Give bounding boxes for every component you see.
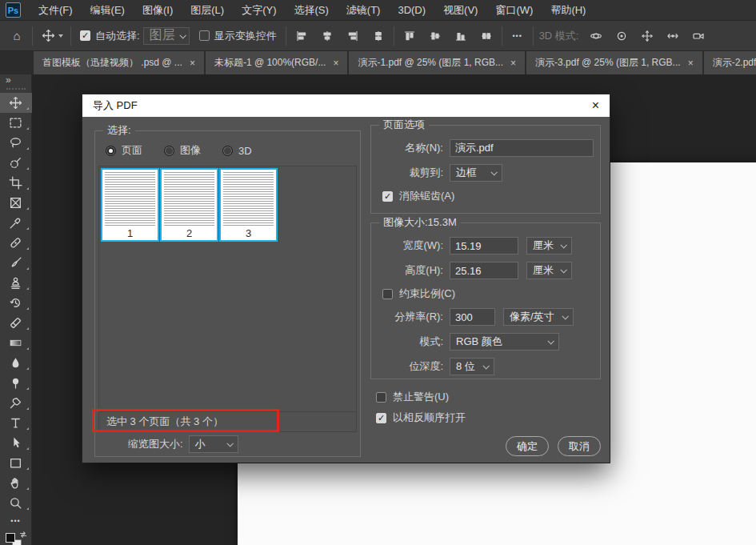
- dodge-tool-icon[interactable]: [0, 373, 32, 393]
- swap-colors-icon[interactable]: [19, 531, 27, 539]
- tab-close-icon[interactable]: ×: [510, 58, 516, 69]
- document-tab-1[interactable]: 首图模板（迅捷视频） .psd @ ...×: [34, 51, 204, 74]
- document-tab-4[interactable]: 演示-3.pdf @ 25% (图层 1, RGB...×: [526, 51, 702, 74]
- chevron-down-icon: [562, 313, 568, 319]
- menu-items: 文件(F)编辑(E)图像(I)图层(L)文字(Y)选择(S)滤镜(T)3D(D)…: [30, 0, 594, 20]
- pdf-page-thumbnail-3[interactable]: 3: [219, 168, 278, 242]
- type-tool-icon[interactable]: [0, 413, 32, 433]
- height-unit-dropdown[interactable]: 厘米: [526, 262, 572, 279]
- menu-item-W[interactable]: 窗口(W): [486, 0, 542, 20]
- eyedropper-tool-icon[interactable]: [0, 213, 32, 233]
- close-icon[interactable]: ×: [582, 99, 599, 112]
- crop-tool-icon[interactable]: [0, 173, 32, 193]
- hand-tool-icon[interactable]: [0, 473, 32, 493]
- collapse-panel-icon[interactable]: »: [0, 74, 11, 86]
- width-input[interactable]: [450, 237, 518, 254]
- thumbnail-size-dropdown[interactable]: 小: [189, 435, 238, 453]
- menu-item-T[interactable]: 滤镜(T): [338, 0, 390, 20]
- selection-status-text: 选中 3 个页面（共 3 个）: [99, 411, 356, 431]
- move-tool-icon[interactable]: [38, 26, 58, 46]
- align-bottom-icon: [451, 26, 470, 46]
- height-input[interactable]: [450, 262, 518, 279]
- thumbnail-text-lines: [223, 172, 274, 226]
- pdf-page-thumbnail-1[interactable]: 1: [101, 168, 159, 242]
- home-icon[interactable]: ⌂: [7, 26, 26, 46]
- document-tab-3[interactable]: 演示-1.pdf @ 25% (图层 1, RGB...×: [349, 51, 525, 74]
- width-label: 宽度(W):: [379, 238, 443, 253]
- align-top-icon: [400, 26, 419, 46]
- dialog-title-bar[interactable]: 导入 PDF ×: [82, 94, 610, 117]
- auto-select-checkbox[interactable]: ✓ 自动选择:: [80, 29, 140, 43]
- healing-brush-tool-icon[interactable]: [0, 233, 32, 253]
- eraser-tool-icon[interactable]: [0, 313, 32, 333]
- resolution-unit-dropdown[interactable]: 像素/英寸: [503, 308, 574, 326]
- rect-marquee-tool-icon[interactable]: [0, 113, 32, 133]
- reverse-order-checkbox[interactable]: ✓: [376, 413, 386, 423]
- constrain-proportions-checkbox[interactable]: ✓: [382, 289, 393, 299]
- show-transform-checkbox[interactable]: ✓ 显示变换控件: [199, 29, 277, 43]
- menu-item-F[interactable]: 文件(F): [30, 0, 82, 20]
- foreground-color-swatch[interactable]: [6, 533, 15, 543]
- distribute-icons-group: [400, 26, 496, 46]
- name-input[interactable]: [450, 139, 594, 157]
- thumbnail-size-label: 缩览图大小:: [128, 437, 183, 451]
- crop-to-dropdown[interactable]: 边框: [450, 164, 502, 182]
- mode-3d-label: 3D 模式:: [539, 29, 579, 43]
- history-brush-tool-icon[interactable]: [0, 293, 32, 313]
- document-tab-2[interactable]: 未标题-1 @ 100%(RGB/...×: [206, 51, 348, 74]
- menu-item-E[interactable]: 编辑(E): [82, 0, 134, 20]
- page-options-legend: 页面选项: [379, 118, 429, 131]
- pdf-page-thumbnail-2[interactable]: 2: [160, 168, 218, 242]
- frame-tool-icon[interactable]: [0, 193, 32, 213]
- edit-toolbar-icon[interactable]: •••: [10, 517, 20, 525]
- brush-tool-icon[interactable]: [0, 253, 32, 273]
- menu-item-Y[interactable]: 文字(Y): [233, 0, 285, 20]
- rectangle-tool-icon[interactable]: [0, 453, 32, 473]
- ok-button[interactable]: 确定: [506, 436, 549, 456]
- thumbnail-page-number: 3: [221, 227, 276, 240]
- tool-options-bar: ⌂ ✓ 自动选择: 图层 ✓ 显示变换控件 ••• 3D 模式:: [0, 21, 756, 51]
- suppress-warnings-checkbox[interactable]: ✓: [376, 392, 386, 403]
- chevron-down-icon[interactable]: [58, 34, 63, 38]
- radio-option-页面[interactable]: 页面: [106, 143, 142, 158]
- page-thumbnails: 123: [99, 166, 356, 411]
- tab-close-icon[interactable]: ×: [190, 58, 195, 69]
- zoom-tool-icon[interactable]: [0, 493, 32, 513]
- menu-item-S[interactable]: 选择(S): [285, 0, 337, 20]
- color-swatches[interactable]: [6, 531, 26, 545]
- menu-item-3DD[interactable]: 3D(D): [389, 0, 434, 20]
- auto-select-label: 自动选择:: [95, 29, 140, 43]
- radio-option-3D[interactable]: 3D: [222, 145, 252, 157]
- select-group-legend: 选择:: [103, 124, 135, 137]
- menu-item-I[interactable]: 图像(I): [134, 0, 182, 20]
- more-options-icon[interactable]: •••: [508, 26, 527, 46]
- tab-close-icon[interactable]: ×: [333, 58, 338, 69]
- mode-dropdown[interactable]: RGB 颜色: [450, 333, 559, 351]
- panel-grip[interactable]: [6, 88, 26, 90]
- resolution-input[interactable]: [450, 308, 495, 326]
- radio-option-图像[interactable]: 图像: [164, 143, 201, 158]
- antialias-checkbox[interactable]: ✓: [382, 191, 393, 202]
- bit-depth-dropdown[interactable]: 8 位: [450, 358, 494, 375]
- path-selection-tool-icon[interactable]: [0, 433, 32, 453]
- width-unit-dropdown[interactable]: 厘米: [526, 237, 572, 254]
- menu-item-H[interactable]: 帮助(H): [542, 0, 594, 20]
- lasso-tool-icon[interactable]: [0, 133, 32, 153]
- document-tab-5[interactable]: 演示-2.pdf (: [704, 51, 756, 74]
- tab-close-icon[interactable]: ×: [688, 58, 694, 69]
- mode-label: 模式:: [379, 335, 443, 349]
- menu-item-V[interactable]: 视图(V): [434, 0, 486, 20]
- pen-tool-icon[interactable]: [0, 393, 32, 413]
- separator: [70, 26, 71, 46]
- align-right-icon: [343, 26, 362, 46]
- blur-tool-icon[interactable]: [0, 353, 32, 373]
- dist-v-icon: [477, 26, 496, 46]
- quick-selection-tool-icon[interactable]: [0, 153, 32, 173]
- clone-stamp-tool-icon[interactable]: [0, 273, 32, 293]
- chevron-down-icon: [560, 266, 566, 273]
- menu-item-L[interactable]: 图层(L): [182, 0, 233, 20]
- cancel-button[interactable]: 取消: [558, 436, 601, 456]
- gradient-tool-icon[interactable]: [0, 333, 32, 353]
- antialias-label: 消除锯齿(A): [399, 189, 454, 203]
- move-tool-icon[interactable]: [0, 93, 32, 113]
